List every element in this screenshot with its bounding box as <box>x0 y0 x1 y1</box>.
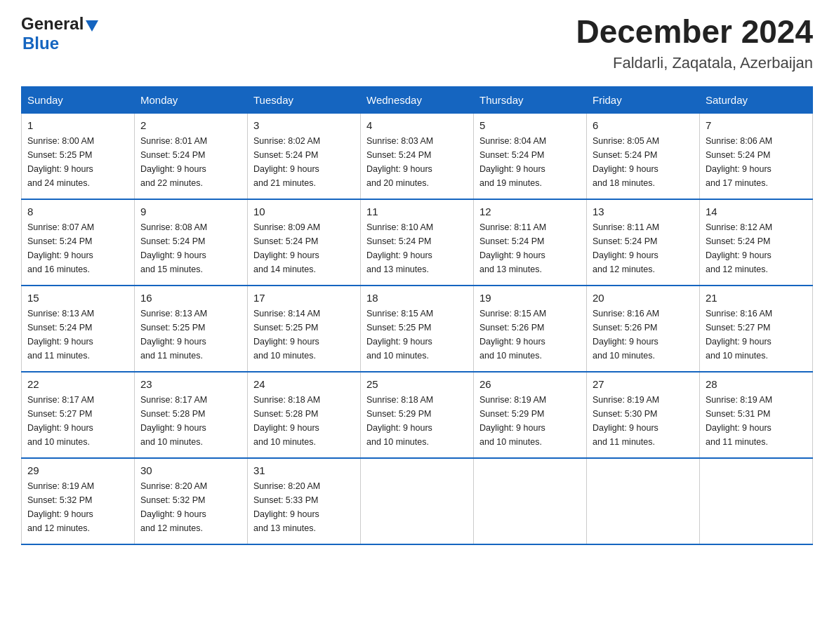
day-number: 11 <box>366 206 468 217</box>
day-number: 18 <box>366 292 468 304</box>
calendar-cell: 13 Sunrise: 8:11 AMSunset: 5:24 PMDaylig… <box>587 199 700 286</box>
logo: General Blue <box>21 14 98 53</box>
calendar-cell: 5 Sunrise: 8:04 AMSunset: 5:24 PMDayligh… <box>474 113 587 199</box>
day-number: 4 <box>366 119 468 131</box>
calendar-cell: 7 Sunrise: 8:06 AMSunset: 5:24 PMDayligh… <box>700 113 813 199</box>
day-number: 5 <box>479 119 581 131</box>
calendar-cell: 17 Sunrise: 8:14 AMSunset: 5:25 PMDaylig… <box>248 286 361 372</box>
day-number: 6 <box>593 119 694 131</box>
day-info: Sunrise: 8:03 AMSunset: 5:24 PMDaylight:… <box>366 136 433 188</box>
logo-blue-text: Blue <box>22 34 59 53</box>
day-info: Sunrise: 8:19 AMSunset: 5:31 PMDaylight:… <box>706 395 772 447</box>
day-number: 17 <box>253 292 355 304</box>
logo-general-text: General <box>21 14 84 34</box>
day-info: Sunrise: 8:02 AMSunset: 5:24 PMDaylight:… <box>253 136 320 188</box>
day-info: Sunrise: 8:11 AMSunset: 5:24 PMDaylight:… <box>479 222 546 274</box>
calendar-cell <box>474 458 587 544</box>
day-number: 15 <box>27 292 128 304</box>
calendar-cell: 28 Sunrise: 8:19 AMSunset: 5:31 PMDaylig… <box>700 372 813 458</box>
day-number: 14 <box>706 206 807 217</box>
day-info: Sunrise: 8:06 AMSunset: 5:24 PMDaylight:… <box>706 136 772 188</box>
calendar-week-row: 15 Sunrise: 8:13 AMSunset: 5:24 PMDaylig… <box>22 286 813 372</box>
day-info: Sunrise: 8:15 AMSunset: 5:26 PMDaylight:… <box>479 309 546 361</box>
calendar-cell: 15 Sunrise: 8:13 AMSunset: 5:24 PMDaylig… <box>22 286 135 372</box>
calendar-cell: 27 Sunrise: 8:19 AMSunset: 5:30 PMDaylig… <box>587 372 700 458</box>
header-sunday: Sunday <box>22 86 135 113</box>
calendar-title: December 2024 <box>576 14 813 50</box>
calendar-cell: 29 Sunrise: 8:19 AMSunset: 5:32 PMDaylig… <box>22 458 135 544</box>
day-number: 10 <box>253 206 355 217</box>
day-number: 3 <box>253 119 355 131</box>
day-info: Sunrise: 8:07 AMSunset: 5:24 PMDaylight:… <box>27 222 94 274</box>
day-info: Sunrise: 8:05 AMSunset: 5:24 PMDaylight:… <box>593 136 659 188</box>
day-info: Sunrise: 8:01 AMSunset: 5:24 PMDaylight:… <box>140 136 207 188</box>
day-number: 30 <box>140 464 241 476</box>
calendar-cell: 8 Sunrise: 8:07 AMSunset: 5:24 PMDayligh… <box>22 199 135 286</box>
calendar-week-row: 22 Sunrise: 8:17 AMSunset: 5:27 PMDaylig… <box>22 372 813 458</box>
header-saturday: Saturday <box>700 86 813 113</box>
calendar-cell: 16 Sunrise: 8:13 AMSunset: 5:25 PMDaylig… <box>135 286 248 372</box>
day-number: 7 <box>706 119 807 131</box>
calendar-cell: 12 Sunrise: 8:11 AMSunset: 5:24 PMDaylig… <box>474 199 587 286</box>
day-info: Sunrise: 8:20 AMSunset: 5:32 PMDaylight:… <box>140 481 207 533</box>
day-number: 19 <box>479 292 581 304</box>
calendar-cell <box>700 458 813 544</box>
calendar-cell: 9 Sunrise: 8:08 AMSunset: 5:24 PMDayligh… <box>135 199 248 286</box>
day-info: Sunrise: 8:13 AMSunset: 5:25 PMDaylight:… <box>140 309 207 361</box>
header-thursday: Thursday <box>474 86 587 113</box>
day-info: Sunrise: 8:11 AMSunset: 5:24 PMDaylight:… <box>593 222 659 274</box>
day-number: 9 <box>140 206 241 217</box>
calendar-cell: 20 Sunrise: 8:16 AMSunset: 5:26 PMDaylig… <box>587 286 700 372</box>
header-friday: Friday <box>587 86 700 113</box>
day-info: Sunrise: 8:13 AMSunset: 5:24 PMDaylight:… <box>27 309 94 361</box>
day-info: Sunrise: 8:08 AMSunset: 5:24 PMDaylight:… <box>140 222 207 274</box>
day-number: 20 <box>593 292 694 304</box>
calendar-week-row: 1 Sunrise: 8:00 AMSunset: 5:25 PMDayligh… <box>22 113 813 199</box>
logo-triangle-icon <box>86 20 98 32</box>
calendar-cell <box>361 458 474 544</box>
day-info: Sunrise: 8:19 AMSunset: 5:29 PMDaylight:… <box>479 395 546 447</box>
calendar-cell: 26 Sunrise: 8:19 AMSunset: 5:29 PMDaylig… <box>474 372 587 458</box>
day-info: Sunrise: 8:15 AMSunset: 5:25 PMDaylight:… <box>366 309 433 361</box>
day-number: 25 <box>366 378 468 390</box>
day-number: 27 <box>593 378 694 390</box>
day-number: 13 <box>593 206 694 217</box>
calendar-cell: 1 Sunrise: 8:00 AMSunset: 5:25 PMDayligh… <box>22 113 135 199</box>
day-info: Sunrise: 8:14 AMSunset: 5:25 PMDaylight:… <box>253 309 320 361</box>
calendar-cell: 3 Sunrise: 8:02 AMSunset: 5:24 PMDayligh… <box>248 113 361 199</box>
calendar-week-row: 29 Sunrise: 8:19 AMSunset: 5:32 PMDaylig… <box>22 458 813 544</box>
calendar-cell: 24 Sunrise: 8:18 AMSunset: 5:28 PMDaylig… <box>248 372 361 458</box>
calendar-cell: 31 Sunrise: 8:20 AMSunset: 5:33 PMDaylig… <box>248 458 361 544</box>
calendar-subtitle: Faldarli, Zaqatala, Azerbaijan <box>576 54 813 72</box>
calendar-cell: 4 Sunrise: 8:03 AMSunset: 5:24 PMDayligh… <box>361 113 474 199</box>
calendar-table: SundayMondayTuesdayWednesdayThursdayFrid… <box>21 86 813 545</box>
calendar-cell: 10 Sunrise: 8:09 AMSunset: 5:24 PMDaylig… <box>248 199 361 286</box>
calendar-cell: 25 Sunrise: 8:18 AMSunset: 5:29 PMDaylig… <box>361 372 474 458</box>
day-info: Sunrise: 8:10 AMSunset: 5:24 PMDaylight:… <box>366 222 433 274</box>
day-number: 22 <box>27 378 128 390</box>
day-info: Sunrise: 8:00 AMSunset: 5:25 PMDaylight:… <box>27 136 94 188</box>
calendar-cell: 30 Sunrise: 8:20 AMSunset: 5:32 PMDaylig… <box>135 458 248 544</box>
day-number: 8 <box>27 206 128 217</box>
calendar-title-area: December 2024 Faldarli, Zaqatala, Azerba… <box>576 14 813 72</box>
day-info: Sunrise: 8:17 AMSunset: 5:28 PMDaylight:… <box>140 395 207 447</box>
calendar-week-row: 8 Sunrise: 8:07 AMSunset: 5:24 PMDayligh… <box>22 199 813 286</box>
day-number: 21 <box>706 292 807 304</box>
day-number: 29 <box>27 464 128 476</box>
day-number: 28 <box>706 378 807 390</box>
header-tuesday: Tuesday <box>248 86 361 113</box>
header-wednesday: Wednesday <box>361 86 474 113</box>
day-info: Sunrise: 8:04 AMSunset: 5:24 PMDaylight:… <box>479 136 546 188</box>
day-info: Sunrise: 8:18 AMSunset: 5:28 PMDaylight:… <box>253 395 320 447</box>
day-number: 2 <box>140 119 241 131</box>
calendar-cell: 14 Sunrise: 8:12 AMSunset: 5:24 PMDaylig… <box>700 199 813 286</box>
header-monday: Monday <box>135 86 248 113</box>
day-info: Sunrise: 8:16 AMSunset: 5:26 PMDaylight:… <box>593 309 659 361</box>
day-info: Sunrise: 8:19 AMSunset: 5:30 PMDaylight:… <box>593 395 659 447</box>
day-number: 12 <box>479 206 581 217</box>
calendar-cell: 2 Sunrise: 8:01 AMSunset: 5:24 PMDayligh… <box>135 113 248 199</box>
day-info: Sunrise: 8:17 AMSunset: 5:27 PMDaylight:… <box>27 395 94 447</box>
day-number: 26 <box>479 378 581 390</box>
calendar-cell: 21 Sunrise: 8:16 AMSunset: 5:27 PMDaylig… <box>700 286 813 372</box>
day-number: 16 <box>140 292 241 304</box>
